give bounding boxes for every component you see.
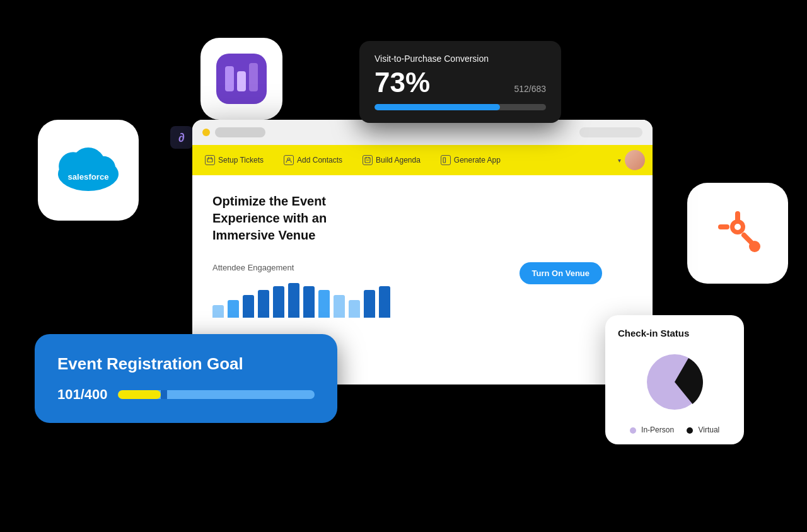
browser-tabs [579, 127, 642, 137]
browser-control-dot [202, 129, 210, 136]
checkin-pie-chart [618, 347, 731, 417]
registration-blue-fill [161, 390, 166, 399]
venue-headline: Optimize the Event Experience with an Im… [212, 193, 376, 244]
legend-virtual: Virtual [687, 425, 719, 434]
app-navigation: Setup Tickets Add Contacts Build Agenda … [192, 145, 653, 175]
app-icon [441, 155, 451, 165]
bar-4 [258, 290, 269, 318]
agenda-icon [363, 155, 373, 165]
nav-build-agenda[interactable]: Build Agenda [363, 155, 421, 165]
bar-7 [303, 286, 315, 318]
registration-fraction: 101/400 [57, 386, 108, 403]
legend-black-dot [687, 427, 693, 434]
nav-generate-app[interactable]: Generate App [441, 155, 501, 165]
browser-main-content: Optimize the Event Experience with an Im… [192, 175, 653, 335]
engagement-bar-chart [212, 280, 632, 318]
svg-rect-6 [225, 66, 234, 91]
browser-topbar [192, 120, 653, 145]
bar-10 [349, 300, 360, 318]
svg-rect-8 [249, 63, 258, 91]
registration-progress-row: 101/400 [57, 386, 315, 403]
bar-5 [273, 286, 284, 318]
checkin-title: Check-in Status [618, 328, 731, 338]
bar-6 [288, 283, 299, 318]
bar-11 [364, 290, 375, 318]
bar-1 [212, 305, 224, 318]
legend-purple-dot [630, 427, 636, 434]
bar-3 [243, 295, 254, 318]
hubspot-app-icon [687, 183, 788, 284]
svg-point-13 [749, 241, 760, 252]
bar-9 [334, 295, 345, 318]
conversion-card: Visit-to-Purchase Conversion 73% 512/683 [359, 41, 561, 123]
small-dark-icon: ∂ [170, 126, 193, 149]
conversion-progress-bar-bg [374, 104, 546, 110]
checkin-card: Check-in Status In-Person Virtual [605, 315, 744, 444]
registration-progress-bar [118, 390, 315, 399]
svg-rect-10 [735, 211, 740, 223]
svg-point-14 [734, 224, 741, 230]
svg-rect-7 [237, 71, 246, 91]
checkin-legend: In-Person Virtual [618, 425, 731, 434]
conversion-fraction: 512/683 [514, 84, 546, 94]
user-avatar[interactable] [625, 150, 645, 170]
conversion-stats-row: 73% 512/683 [374, 69, 546, 96]
contacts-icon [284, 155, 294, 165]
registration-title: Event Registration Goal [57, 354, 315, 374]
bar-12 [379, 286, 390, 318]
bar-8 [318, 290, 330, 318]
nav-chevron-icon: ▾ [618, 157, 621, 164]
bento-app-icon [200, 38, 282, 120]
svg-rect-23 [443, 158, 446, 163]
nav-add-contacts[interactable]: Add Contacts [284, 155, 342, 165]
svg-rect-15 [207, 158, 212, 162]
conversion-title: Visit-to-Purchase Conversion [374, 54, 546, 64]
conversion-percent: 73% [374, 69, 430, 96]
svg-rect-11 [718, 224, 729, 229]
browser-address-bar [215, 127, 265, 137]
salesforce-app-icon: salesforce [38, 120, 139, 221]
legend-in-person: In-Person [630, 425, 674, 434]
svg-text:salesforce: salesforce [67, 172, 108, 182]
nav-setup-tickets[interactable]: Setup Tickets [205, 155, 264, 165]
tickets-icon [205, 155, 215, 165]
registration-card: Event Registration Goal 101/400 [35, 334, 337, 423]
turn-on-venue-button[interactable]: Turn On Venue [520, 262, 603, 284]
registration-yellow-fill [118, 390, 161, 399]
bar-2 [228, 300, 239, 318]
conversion-progress-bar-fill [374, 104, 500, 110]
